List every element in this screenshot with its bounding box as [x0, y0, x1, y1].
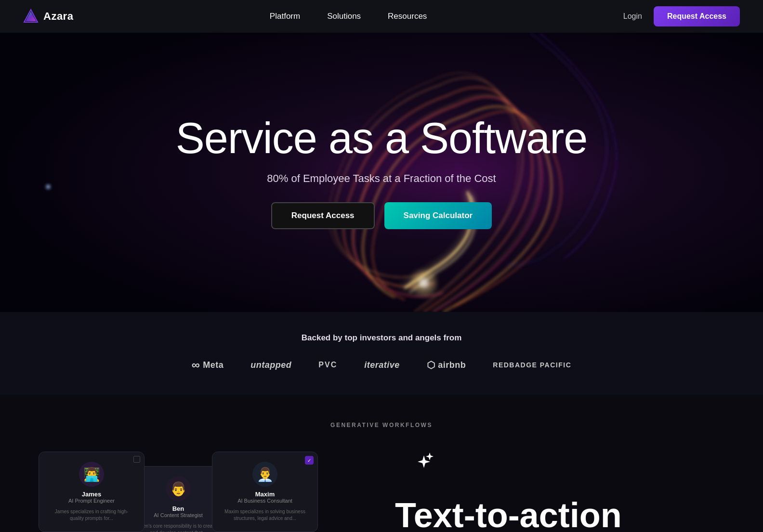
investor-untapped: untapped	[250, 360, 291, 370]
hero-content: Service as a Software 80% of Employee Ta…	[157, 116, 606, 230]
investor-iterative: iterative	[364, 360, 400, 370]
agent-name-maxim: Maxim	[222, 491, 308, 498]
login-link[interactable]: Login	[623, 12, 642, 21]
agent-role-ben: AI Content Strategist	[135, 512, 221, 518]
agent-avatar-maxim: 👨‍💼	[252, 462, 277, 487]
generative-workflows-section: GENERATIVE WORKFLOWS 👨‍💻 James AI Prompt…	[0, 395, 763, 532]
agent-avatar-james: 👨‍💻	[79, 462, 104, 487]
svg-point-4	[419, 278, 429, 288]
card-checkbox-james[interactable]	[133, 456, 140, 463]
workflow-cards-inner: 👨‍💻 James AI Prompt Engineer James speci…	[39, 452, 347, 532]
workflows-cards: 👨‍💻 James AI Prompt Engineer James speci…	[39, 452, 356, 532]
hero-title: Service as a Software	[176, 116, 587, 161]
hero-subtitle: 80% of Employee Tasks at a Fraction of t…	[267, 172, 496, 185]
section-label: GENERATIVE WORKFLOWS	[330, 422, 433, 428]
nav-links: Platform Solutions Resources	[270, 12, 427, 21]
meta-text: Meta	[203, 360, 224, 370]
agent-avatar-ben: 👨	[166, 476, 191, 501]
workflows-heading: Text-to-action	[395, 497, 724, 532]
workflows-content: 👨‍💻 James AI Prompt Engineer James speci…	[0, 452, 763, 532]
agent-card-james: 👨‍💻 James AI Prompt Engineer James speci…	[39, 452, 145, 532]
investor-pvc: PVC	[318, 361, 337, 369]
agent-role-james: AI Prompt Engineer	[49, 498, 134, 504]
nav-actions: Login Request Access	[623, 6, 740, 26]
airbnb-text: airbnb	[438, 360, 466, 370]
nav-platform[interactable]: Platform	[270, 12, 300, 21]
investor-airbnb: ⬡ airbnb	[427, 359, 466, 371]
hero-savings-button[interactable]: Saving Calculator	[384, 202, 492, 229]
logo-icon	[23, 9, 39, 24]
agent-desc-maxim: Maxim specializes in solving business st…	[222, 508, 308, 522]
airbnb-diamond-icon: ⬡	[427, 359, 435, 371]
sparkle-icon	[395, 452, 724, 486]
iterative-text: iterative	[364, 360, 400, 370]
agent-name-james: James	[49, 491, 134, 498]
hero-buttons: Request Access Saving Calculator	[271, 202, 492, 229]
investors-section: Backed by top investors and angels from …	[0, 312, 763, 395]
agent-card-maxim: ✓ 👨‍💼 Maxim AI Business Consultant Maxim…	[212, 452, 318, 532]
navbar: Azara Platform Solutions Resources Login…	[0, 0, 763, 33]
nav-resources[interactable]: Resources	[388, 12, 427, 21]
redbadge-text: REDBADGE PACIFIC	[493, 361, 571, 369]
logo-text: Azara	[43, 10, 73, 23]
nav-solutions[interactable]: Solutions	[327, 12, 361, 21]
svg-point-6	[48, 186, 49, 188]
logo[interactable]: Azara	[23, 9, 73, 24]
investors-logos: ∞ Meta untapped PVC iterative ⬡ airbnb R…	[192, 358, 572, 372]
agent-desc-ben: Ben's core responsibility is to create a…	[135, 523, 221, 532]
card-checkbox-maxim[interactable]: ✓	[305, 456, 314, 465]
investors-title: Backed by top investors and angels from	[302, 333, 462, 343]
hero-section: Service as a Software 80% of Employee Ta…	[0, 33, 763, 312]
nav-request-access-button[interactable]: Request Access	[654, 6, 740, 26]
agent-role-maxim: AI Business Consultant	[222, 498, 308, 504]
meta-infinity-symbol: ∞	[192, 358, 200, 372]
agent-name-ben: Ben	[135, 505, 221, 512]
investor-redbadge: REDBADGE PACIFIC	[493, 361, 571, 369]
pvc-text: PVC	[318, 361, 337, 369]
agent-desc-james: James specializes in crafting high-quali…	[49, 508, 134, 522]
investor-meta: ∞ Meta	[192, 358, 224, 372]
hero-request-access-button[interactable]: Request Access	[271, 202, 375, 229]
untapped-text: untapped	[250, 360, 291, 370]
workflows-text: Text-to-action Azara is the first natura…	[356, 452, 724, 532]
